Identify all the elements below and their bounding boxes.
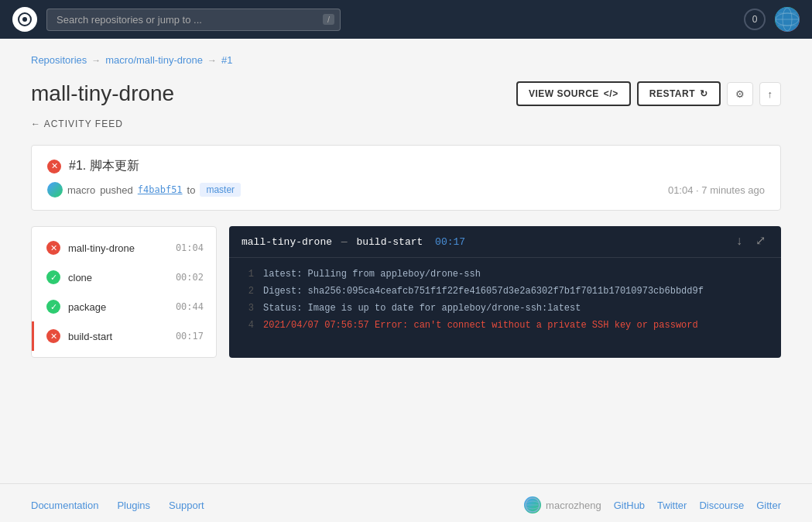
- breadcrumb-arrow-1: →: [91, 55, 101, 66]
- step-time: 00:44: [176, 301, 204, 312]
- activity-feed-link[interactable]: ← ACTIVITY FEED: [31, 118, 781, 129]
- step-time: 00:17: [176, 331, 204, 342]
- footer-brand: macrozheng: [524, 496, 601, 513]
- footer-link-documentation[interactable]: Documentation: [31, 500, 98, 511]
- log-panel: mall-tiny-drone — build-start 00:17 ↓ ⤢ …: [229, 226, 781, 358]
- footer-links-left: DocumentationPluginsSupport: [31, 500, 204, 511]
- breadcrumb-repositories[interactable]: Repositories: [31, 54, 87, 66]
- step-status-icon: ✕: [46, 241, 60, 255]
- search-shortcut-badge: /: [323, 14, 334, 25]
- step-time: 01:04: [176, 242, 204, 253]
- build-header: ✕ #1. 脚本更新: [47, 158, 765, 174]
- log-line-number: 1: [242, 267, 254, 281]
- log-line-number: 4: [242, 318, 254, 332]
- build-meta-right: 01:04 · 7 minutes ago: [668, 184, 765, 196]
- branch-tag[interactable]: master: [200, 183, 241, 197]
- log-line: 4 2021/04/07 07:56:57 Error: can't conne…: [242, 318, 769, 332]
- download-log-button[interactable]: ↓: [732, 234, 746, 249]
- breadcrumb-repo[interactable]: macro/mall-tiny-drone: [105, 54, 203, 66]
- notifications-badge[interactable]: 0: [744, 9, 766, 30]
- log-line: 3 Status: Image is up to date for appleb…: [242, 301, 769, 315]
- footer-link-twitter[interactable]: Twitter: [657, 500, 687, 511]
- log-line-text: Status: Image is up to date for appleboy…: [263, 301, 581, 315]
- footer-links-right: GitHubTwitterDiscourseGitter: [614, 500, 781, 511]
- step-status-icon: ✓: [46, 300, 60, 314]
- log-line: 1 latest: Pulling from appleboy/drone-ss…: [242, 267, 769, 281]
- svg-point-1: [22, 17, 27, 22]
- log-title: mall-tiny-drone — build-start 00:17: [242, 236, 465, 248]
- page-title: mall-tiny-drone: [31, 81, 174, 106]
- view-source-button[interactable]: VIEW SOURCE </>: [516, 81, 631, 106]
- step-status-icon: ✓: [46, 270, 60, 284]
- step-item-left: ✓ package: [46, 300, 106, 314]
- breadcrumb: Repositories → macro/mall-tiny-drone → #…: [31, 54, 781, 66]
- breadcrumb-arrow-2: →: [207, 55, 217, 66]
- log-line-number: 3: [242, 301, 254, 315]
- step-status-icon: ✕: [46, 329, 60, 343]
- step-item-left: ✕ mall-tiny-drone: [46, 241, 135, 255]
- footer-link-support[interactable]: Support: [169, 500, 204, 511]
- build-card: ✕ #1. 脚本更新 macro pushed f4babf51 to mast…: [31, 145, 781, 211]
- build-title: #1. 脚本更新: [69, 158, 139, 174]
- upload-button[interactable]: ↑: [759, 82, 782, 106]
- log-line: 2 Digest: sha256:095ca4ceafcb751f1f22fe4…: [242, 284, 769, 298]
- step-item-package[interactable]: ✓ package 00:44: [32, 292, 216, 321]
- log-content: 1 latest: Pulling from appleboy/drone-ss…: [229, 258, 781, 345]
- brand-name: macrozheng: [546, 500, 601, 511]
- avatar[interactable]: [775, 7, 800, 32]
- brand-logo: [524, 496, 541, 513]
- breadcrumb-current: #1: [221, 54, 232, 66]
- search-input[interactable]: [46, 9, 341, 31]
- log-line-text: latest: Pulling from appleboy/drone-ssh: [263, 267, 481, 281]
- footer-link-plugins[interactable]: Plugins: [117, 500, 150, 511]
- expand-log-button[interactable]: ⤢: [752, 234, 769, 249]
- main-content: Repositories → macro/mall-tiny-drone → #…: [0, 39, 812, 483]
- author-name: macro: [67, 184, 95, 196]
- page-header: mall-tiny-drone VIEW SOURCE </> RESTART …: [31, 81, 781, 106]
- step-name: clone: [68, 272, 92, 283]
- footer-right: macrozheng GitHubTwitterDiscourseGitter: [524, 496, 781, 513]
- settings-icon: ⚙: [735, 88, 745, 100]
- step-name: build-start: [68, 331, 112, 342]
- app-logo[interactable]: [12, 7, 37, 32]
- log-line-text: Digest: sha256:095ca4ceafcb751f1f22fe416…: [263, 284, 704, 298]
- commit-hash[interactable]: f4babf51: [138, 184, 183, 195]
- step-item-clone[interactable]: ✓ clone 00:02: [32, 263, 216, 292]
- footer: DocumentationPluginsSupport macrozheng G…: [0, 483, 812, 522]
- header-actions: VIEW SOURCE </> RESTART ↻ ⚙ ↑: [516, 81, 781, 106]
- restart-button[interactable]: RESTART ↻: [637, 81, 721, 106]
- footer-link-gitter[interactable]: Gitter: [756, 500, 781, 511]
- header: / 0: [0, 0, 812, 39]
- footer-link-github[interactable]: GitHub: [614, 500, 645, 511]
- settings-button[interactable]: ⚙: [727, 82, 753, 106]
- pushed-label: pushed: [100, 184, 133, 196]
- to-label: to: [187, 184, 196, 196]
- upload-icon: ↑: [768, 88, 773, 100]
- steps-list: ✕ mall-tiny-drone 01:04 ✓ clone 00:02 ✓ …: [31, 226, 217, 358]
- step-name: package: [68, 301, 106, 313]
- author-avatar: [47, 182, 63, 197]
- log-header: mall-tiny-drone — build-start 00:17 ↓ ⤢: [229, 226, 781, 258]
- build-status-icon: ✕: [47, 160, 61, 173]
- log-actions: ↓ ⤢: [732, 234, 769, 249]
- log-line-number: 2: [242, 284, 254, 298]
- build-meta: macro pushed f4babf51 to master 01:04 · …: [47, 182, 765, 197]
- step-item-build-start[interactable]: ✕ build-start 00:17: [32, 321, 216, 351]
- log-line-text: 2021/04/07 07:56:57 Error: can't connect…: [263, 318, 698, 332]
- search-bar: /: [46, 9, 341, 31]
- step-item-mall-tiny-drone[interactable]: ✕ mall-tiny-drone 01:04: [32, 233, 216, 263]
- step-item-left: ✓ clone: [46, 270, 92, 284]
- build-details: ✕ mall-tiny-drone 01:04 ✓ clone 00:02 ✓ …: [31, 226, 781, 358]
- footer-link-discourse[interactable]: Discourse: [699, 500, 744, 511]
- step-name: mall-tiny-drone: [68, 242, 135, 254]
- step-time: 00:02: [176, 272, 204, 283]
- build-meta-left: macro pushed f4babf51 to master: [47, 182, 241, 197]
- step-item-left: ✕ build-start: [46, 329, 112, 343]
